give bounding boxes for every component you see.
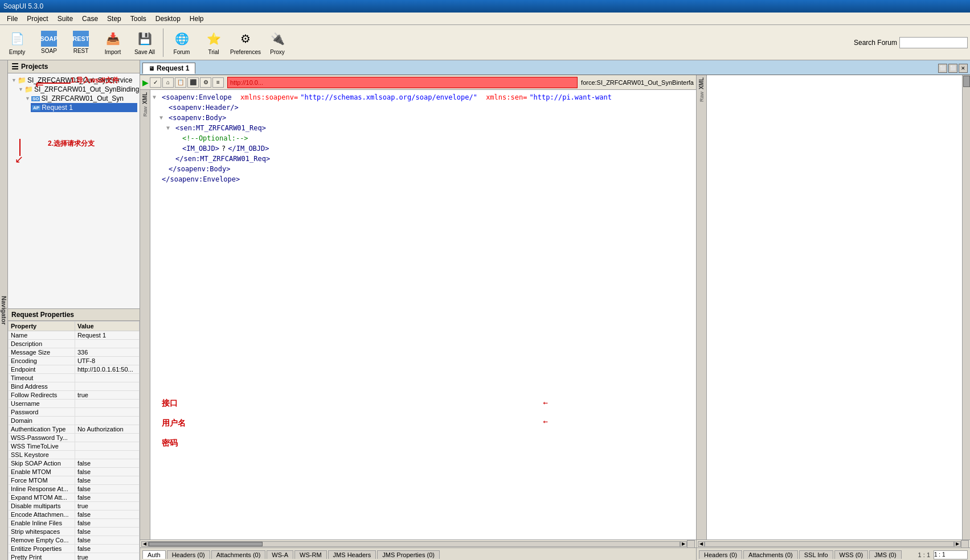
soap-tag-syn: SO bbox=[31, 96, 40, 101]
settings-btn[interactable]: ⚙ bbox=[200, 77, 211, 88]
prop-value bbox=[75, 374, 139, 382]
properties-scroll[interactable]: Property Value NameRequest 1DescriptionM… bbox=[8, 321, 140, 560]
scrollbar-track[interactable] bbox=[148, 541, 680, 547]
xml-line-mt-close: ▼ </sen:MT_ZRFCARW01_Req> bbox=[166, 154, 694, 164]
more-btn[interactable]: ≡ bbox=[212, 77, 224, 88]
vscroll-thumb[interactable] bbox=[963, 76, 970, 87]
menu-help[interactable]: Help bbox=[185, 14, 208, 24]
tab-restore-btn[interactable]: ⬜ bbox=[938, 64, 947, 73]
search-forum-input[interactable] bbox=[899, 37, 968, 48]
folder-icon-binding: 📁 bbox=[24, 85, 33, 93]
tree-area: ▼ 📁 SI_ZRFCARW01_Out_SynService ▼ 📁 SI_Z… bbox=[8, 73, 140, 308]
annotation-password-text: 密码 bbox=[162, 438, 178, 447]
tab-close-btn[interactable]: ✕ bbox=[959, 64, 968, 73]
tab-ssl-info[interactable]: SSL Info bbox=[799, 550, 833, 559]
tree-item-request1[interactable]: AP Request 1 bbox=[31, 103, 137, 112]
prop-name: Message Size bbox=[9, 348, 75, 357]
scrollbar-thumb[interactable] bbox=[149, 542, 263, 546]
prop-name: Description bbox=[9, 340, 75, 348]
resp-scroll-left-btn[interactable]: ◀ bbox=[698, 541, 705, 547]
import-button[interactable]: 📥 Import bbox=[98, 27, 128, 58]
prop-value: true bbox=[75, 553, 139, 561]
tab-request1[interactable]: 🖥 Request 1 bbox=[142, 63, 195, 74]
tab-resp-headers[interactable]: Headers (0) bbox=[699, 550, 742, 559]
annotation-interface: 接口 bbox=[162, 398, 178, 409]
tab-attachments[interactable]: Attachments (0) bbox=[211, 550, 266, 559]
response-editor[interactable] bbox=[707, 75, 962, 540]
play-button[interactable]: ▶ bbox=[142, 78, 149, 87]
table-row: Entitize Propertiesfalse bbox=[9, 545, 140, 553]
scroll-left-btn[interactable]: ◀ bbox=[141, 541, 148, 547]
trial-label: Trial bbox=[208, 49, 219, 55]
editor-area: ▶ ✓ ⌂ 📋 ⬛ ⚙ ≡ force:SI_ZRFCARW01_Out_Syn… bbox=[140, 75, 970, 560]
prop-value: http://10.0.1.61:50... bbox=[75, 365, 139, 374]
prop-value: true bbox=[75, 391, 139, 400]
table-row: Timeout bbox=[9, 374, 140, 382]
format-btn[interactable]: ⌂ bbox=[162, 77, 174, 88]
tab-headers[interactable]: Headers (0) bbox=[167, 550, 210, 559]
menu-step[interactable]: Step bbox=[103, 14, 126, 24]
xml-left-sidebar: XML Raw bbox=[140, 90, 150, 540]
tab-resp-attachments[interactable]: Attachments (0) bbox=[743, 550, 798, 559]
empty-button[interactable]: 📄 Empty bbox=[2, 27, 32, 58]
prop-value: false bbox=[75, 493, 139, 502]
resp-scroll-right-btn[interactable]: ▶ bbox=[954, 541, 961, 547]
tree-item-syn[interactable]: ▼ SO SI_ZRFCARW01_Out_Syn bbox=[24, 94, 137, 103]
stop-btn[interactable]: ⬛ bbox=[187, 77, 199, 88]
menu-case[interactable]: Case bbox=[77, 14, 103, 24]
table-row: Endpointhttp://10.0.1.61:50... bbox=[9, 365, 140, 374]
tab-ws-a[interactable]: WS-A bbox=[267, 550, 293, 559]
request-scrollbar[interactable]: ◀ ▶ bbox=[140, 540, 696, 547]
forum-button[interactable]: 🌐 Forum bbox=[167, 27, 197, 58]
xml-line-envelope: ▼ <soapenv:Envelope xmlns:soapenv="http:… bbox=[153, 92, 694, 102]
xml-line-envelope-close: ▼ </soapenv:Envelope> bbox=[153, 174, 694, 184]
tab-jms[interactable]: JMS (0) bbox=[869, 550, 902, 559]
scroll-right-btn[interactable]: ▶ bbox=[680, 541, 687, 547]
prop-name: WSS TimeToLive bbox=[9, 442, 75, 451]
copy-btn[interactable]: 📋 bbox=[175, 77, 186, 88]
prop-name: Encoding bbox=[9, 357, 75, 365]
preferences-button[interactable]: ⚙ Preferences bbox=[231, 27, 260, 58]
menu-desktop[interactable]: Desktop bbox=[151, 14, 185, 24]
request-panel: ▶ ✓ ⌂ 📋 ⬛ ⚙ ≡ force:SI_ZRFCARW01_Out_Syn… bbox=[140, 75, 697, 560]
tab-auth[interactable]: Auth bbox=[142, 550, 166, 559]
response-scrollbar[interactable]: ◀ ▶ bbox=[697, 540, 970, 547]
tab-maximize-btn[interactable]: ⬜ bbox=[948, 64, 957, 73]
save-all-button[interactable]: 💾 Save All bbox=[130, 27, 159, 58]
tab-wss[interactable]: WSS (0) bbox=[834, 550, 869, 559]
prop-value: 336 bbox=[75, 348, 139, 357]
response-panel: XML Raw ◀ ▶ bbox=[697, 75, 970, 560]
menu-tools[interactable]: Tools bbox=[126, 14, 151, 24]
prop-value: false bbox=[75, 510, 139, 519]
prop-value bbox=[75, 382, 139, 391]
tab-jms-headers[interactable]: JMS Headers bbox=[328, 550, 376, 559]
navigator-sidebar[interactable]: Navigator bbox=[0, 60, 8, 560]
proxy-icon: 🔌 bbox=[268, 30, 287, 48]
annotation-request-text: 2.选择请求分支 bbox=[48, 139, 95, 147]
menu-file[interactable]: File bbox=[2, 14, 22, 24]
table-row: Follow Redirectstrue bbox=[9, 391, 140, 400]
rest-button[interactable]: REST REST bbox=[66, 27, 96, 58]
table-row: Username bbox=[9, 400, 140, 408]
menu-project[interactable]: Project bbox=[22, 14, 52, 24]
tab-jms-props[interactable]: JMS Properties (0) bbox=[377, 550, 440, 559]
xml-editor[interactable]: ▼ <soapenv:Envelope xmlns:soapenv="http:… bbox=[150, 90, 696, 540]
validate-btn[interactable]: ✓ bbox=[150, 77, 161, 88]
table-row: Password bbox=[9, 408, 140, 417]
menu-suite[interactable]: Suite bbox=[53, 14, 77, 24]
prop-value: false bbox=[75, 459, 139, 468]
xml-right-sidebar: XML Raw bbox=[697, 75, 707, 540]
table-row: Expand MTOM Att...false bbox=[9, 493, 140, 502]
resp-scrollbar-track[interactable] bbox=[705, 541, 954, 547]
table-row: Inline Response At...false bbox=[9, 485, 140, 493]
response-vscroll[interactable] bbox=[962, 75, 970, 540]
save-all-icon: 💾 bbox=[136, 30, 154, 48]
url-input[interactable] bbox=[227, 77, 578, 88]
table-row: WSS-Password Ty... bbox=[9, 434, 140, 442]
tab-ws-rm[interactable]: WS-RM bbox=[294, 550, 327, 559]
page-input[interactable] bbox=[934, 550, 968, 559]
trial-button[interactable]: ⭐ Trial bbox=[199, 27, 228, 58]
proxy-button[interactable]: 🔌 Proxy bbox=[263, 27, 292, 58]
forum-icon: 🌐 bbox=[173, 30, 191, 48]
soap-button[interactable]: SOAP SOAP bbox=[34, 27, 64, 58]
